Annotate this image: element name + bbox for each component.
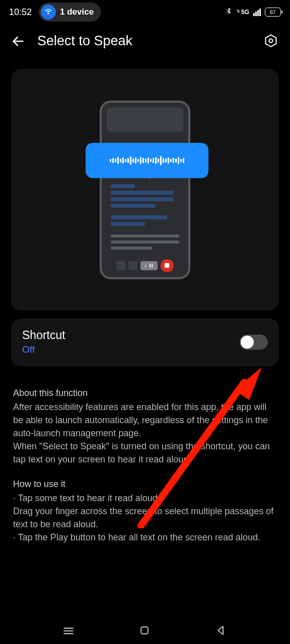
speech-bubble-icon: [86, 143, 208, 178]
svg-rect-9: [141, 627, 148, 634]
about-body-1: After accessibility features are enabled…: [13, 400, 277, 440]
network-label: 5G: [241, 9, 249, 16]
about-body-2: When "Select to Speak" is turned on usin…: [13, 440, 277, 466]
system-nav-bar: [0, 618, 290, 644]
svg-point-2: [269, 39, 273, 42]
status-time: 10:52: [9, 7, 32, 18]
settings-gear-icon[interactable]: [264, 34, 279, 49]
howto-heading: How to use it: [13, 477, 277, 491]
shortcut-row[interactable]: Shortcut Off: [11, 318, 279, 366]
back-nav-icon[interactable]: [215, 624, 228, 637]
shortcut-state: Off: [22, 344, 65, 355]
howto-item-2: Drag your finger across the screen to se…: [13, 505, 277, 531]
howto-item-3: · Tap the Play button to hear all text o…: [13, 531, 277, 544]
phone-illustration: ‹II: [100, 101, 190, 279]
shortcut-toggle[interactable]: [240, 335, 268, 350]
battery-pct: 67: [270, 10, 275, 15]
cast-icon: [41, 5, 56, 20]
device-count-label: 1 device: [60, 7, 94, 17]
stop-icon: [161, 259, 174, 272]
device-cast-pill[interactable]: 1 device: [39, 3, 101, 22]
svg-marker-1: [266, 35, 276, 46]
recents-icon[interactable]: [62, 624, 75, 637]
svg-marker-10: [218, 626, 223, 634]
playback-controls-illustration: ‹II: [102, 259, 188, 272]
about-heading: About this function: [13, 386, 277, 399]
status-bar: 10:52 1 device ⇅ 5G 67: [0, 0, 290, 24]
battery-icon: 67: [265, 8, 281, 17]
howto-item-1: · Tap some text to hear it read aloud.: [13, 492, 277, 505]
page-header: Select to Speak: [0, 24, 290, 59]
feature-illustration: ‹II: [11, 69, 279, 310]
home-icon[interactable]: [138, 624, 152, 637]
shortcut-label: Shortcut: [22, 329, 65, 342]
back-icon[interactable]: [11, 34, 25, 48]
signal-icon: [253, 9, 261, 16]
page-title: Select to Speak: [37, 33, 132, 49]
description-text: About this function After accessibility …: [0, 366, 290, 544]
bluetooth-icon: [225, 8, 233, 17]
